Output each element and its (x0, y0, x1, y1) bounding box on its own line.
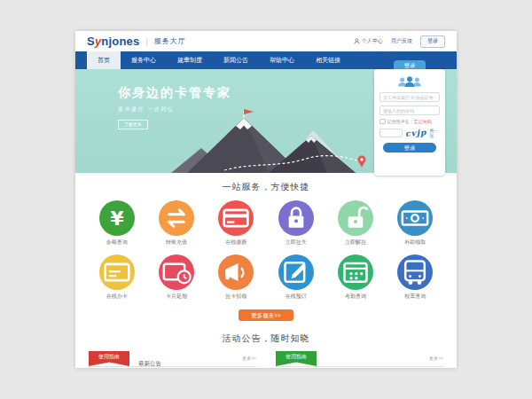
card-clock-icon (159, 254, 194, 290)
username-input[interactable] (379, 92, 440, 102)
nav-item-5[interactable]: 相关链接 (305, 51, 351, 69)
logo[interactable]: Synjones (87, 31, 139, 51)
header-login-button[interactable]: 登录 (420, 35, 445, 48)
desktop-background: Synjones | 服务大厅 个人中心 用户反馈 登录 首页服务中心规章制度新… (0, 0, 532, 399)
mountain-illustration (171, 102, 375, 173)
service-label: 立即解挂 (325, 239, 385, 246)
login-separator: | (411, 119, 412, 124)
nav-item-3[interactable]: 新闻公告 (213, 51, 259, 69)
service-item-6[interactable]: 在线办卡 (87, 254, 146, 301)
service-item-9[interactable]: 在线预订 (266, 254, 325, 301)
nav-item-4[interactable]: 帮助中心 (259, 51, 305, 69)
service-label: 在线办卡 (87, 293, 146, 301)
card-new-icon (99, 254, 135, 290)
bus-icon (397, 254, 433, 290)
personal-center-label: 个人中心 (362, 37, 383, 45)
edit-icon (278, 254, 314, 290)
announcement-right-header: 使用指南 更多>> (276, 353, 443, 367)
header-divider: | (145, 37, 147, 46)
more-link-right[interactable]: 更多>> (429, 356, 443, 361)
captcha-image[interactable]: cvjp (405, 128, 427, 138)
hero-cta-button[interactable]: 了解更多 (118, 120, 148, 129)
lock-icon (278, 200, 314, 236)
service-label: 转账充值 (146, 239, 206, 246)
remember-checkbox[interactable] (379, 119, 386, 125)
more-services-button[interactable]: 更多服务>> (239, 309, 293, 321)
service-label: 补助领取 (386, 239, 445, 246)
services-section: 一站服务，方便快捷 ¥余额查询转账充值在线缴费立即挂失立即解挂补助领取在线办卡卡… (75, 173, 457, 321)
announcement-column-left: 使用指南 最新公告 更多>> (89, 353, 256, 367)
yuan-icon: ¥ (99, 200, 135, 236)
service-item-4[interactable]: 立即解挂 (325, 200, 385, 246)
remember-row: 记住用户名 | 忘记密码 (379, 119, 440, 125)
megaphone-icon (218, 254, 254, 290)
service-label: 在线缴费 (207, 239, 266, 246)
announcements-section: 活动公告，随时知晓 使用指南 最新公告 更多>> 使用指南 更多>> (75, 321, 457, 367)
service-label: 余额查询 (87, 239, 146, 246)
logo-part2: njones (101, 35, 139, 48)
more-link-left[interactable]: 更多>> (242, 356, 256, 361)
banknote-icon (397, 200, 433, 236)
service-label: 在线预订 (266, 293, 325, 301)
logo-part1: S (87, 35, 95, 48)
nav-item-2[interactable]: 规章制度 (167, 51, 213, 69)
transfer-icon (159, 200, 194, 236)
usage-guide-ribbon[interactable]: 使用指南 (276, 351, 317, 366)
login-panel: 登录 记住用户名 | 忘记密码 cvjp 换一张 (374, 60, 445, 176)
captcha-refresh-link[interactable]: 换一张 (429, 128, 440, 138)
service-item-3[interactable]: 立即挂失 (266, 200, 325, 246)
service-item-7[interactable]: 卡片延期 (146, 254, 206, 301)
service-label: 立即挂失 (266, 239, 325, 246)
service-item-0[interactable]: ¥余额查询 (87, 200, 146, 246)
site-name: 服务大厅 (154, 36, 186, 46)
unlock-icon (338, 200, 373, 236)
announcement-columns: 使用指南 最新公告 更多>> 使用指南 更多>> (75, 353, 457, 367)
service-item-2[interactable]: 在线缴费 (207, 200, 266, 246)
login-form: 记住用户名 | 忘记密码 cvjp 换一张 登录 (374, 69, 445, 176)
service-item-5[interactable]: 补助领取 (386, 200, 445, 246)
captcha-input[interactable] (379, 129, 403, 137)
attendance-icon (338, 254, 373, 290)
nav-item-1[interactable]: 服务中心 (121, 51, 167, 69)
service-label: 考勤查询 (325, 293, 385, 301)
captcha-row: cvjp 换一张 (379, 128, 440, 138)
forgot-password-link[interactable]: 忘记密码 (414, 119, 432, 124)
announcement-column-right: 使用指南 更多>> (276, 353, 443, 367)
svg-text:¥: ¥ (110, 207, 123, 230)
service-item-1[interactable]: 转账充值 (146, 200, 206, 246)
announcements-title: 活动公告，随时知晓 (75, 332, 457, 345)
feedback-label: 用户反馈 (391, 37, 412, 45)
service-item-10[interactable]: 考勤查询 (325, 254, 385, 301)
usage-guide-ribbon[interactable]: 使用指南 (89, 351, 129, 366)
services-grid: ¥余额查询转账充值在线缴费立即挂失立即解挂补助领取在线办卡卡片延期拾卡招领在线预… (87, 200, 445, 301)
header: Synjones | 服务大厅 个人中心 用户反馈 登录 (75, 31, 457, 51)
feedback-link[interactable]: 用户反馈 (391, 37, 412, 45)
user-icon (354, 38, 360, 44)
service-label: 校车查询 (386, 293, 445, 301)
service-item-11[interactable]: 校车查询 (386, 254, 445, 301)
hero-title: 你身边的卡管专家 (118, 85, 231, 101)
personal-center-link[interactable]: 个人中心 (354, 37, 383, 45)
users-icon (395, 75, 425, 89)
card-pay-icon (218, 200, 254, 236)
announcement-left-header: 使用指南 最新公告 更多>> (89, 353, 256, 367)
latest-news-tab[interactable]: 最新公告 (138, 357, 161, 370)
remember-label: 记住用户名 (387, 119, 410, 124)
header-right: 个人中心 用户反馈 登录 (354, 35, 445, 48)
nav-item-0[interactable]: 首页 (87, 51, 121, 69)
service-label: 卡片延期 (146, 293, 206, 301)
login-submit-button[interactable]: 登录 (383, 143, 436, 153)
portal-page: Synjones | 服务大厅 个人中心 用户反馈 登录 首页服务中心规章制度新… (75, 31, 457, 368)
password-input[interactable] (379, 106, 440, 115)
services-title: 一站服务，方便快捷 (75, 181, 457, 193)
service-item-8[interactable]: 拾卡招领 (207, 254, 266, 301)
service-label: 拾卡招领 (207, 293, 266, 301)
